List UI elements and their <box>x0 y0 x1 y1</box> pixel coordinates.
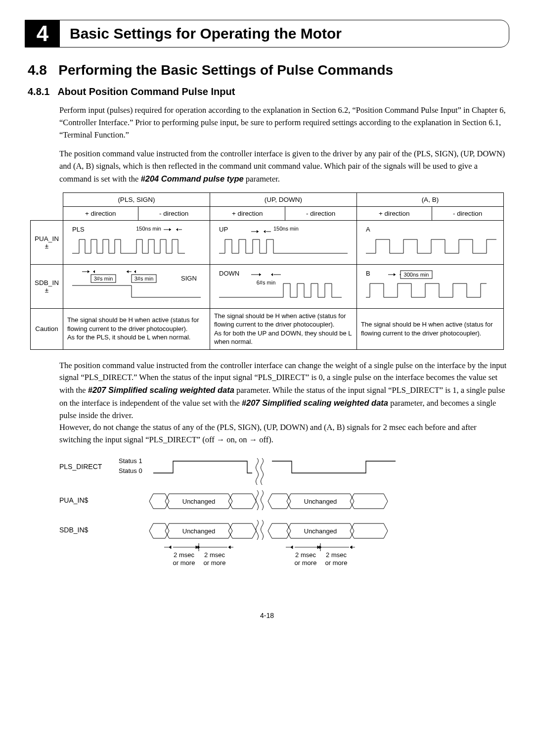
t3s-label-2: 3#s min <box>134 276 154 282</box>
page-number: 4-18 <box>25 612 509 619</box>
p3-d: However, do not change the status of any… <box>59 423 477 444</box>
b-label: B <box>366 270 370 277</box>
p2-text-a: The position command value instructed fr… <box>59 149 505 184</box>
row-pua-in: PUA_IN ± <box>31 220 63 264</box>
col-header-up-down: (UP, DOWN) <box>210 192 356 206</box>
caution-ab: The signal should be H when active (stat… <box>356 308 503 349</box>
caution-pls: The signal should be H when active (stat… <box>63 308 210 349</box>
unchanged-2: Unchanged <box>304 498 337 505</box>
up-label: UP <box>219 226 228 233</box>
a-label: A <box>366 226 370 233</box>
two-msec-r1: 2 msec <box>295 551 316 559</box>
plus-dir-2: + direction <box>210 206 285 220</box>
pls-label: PLS <box>72 226 85 233</box>
signal-table: (PLS, SIGN) (UP, DOWN) (A, B) + directio… <box>30 192 504 350</box>
label-status0: Status 0 <box>119 467 142 474</box>
p2-text-b: parameter. <box>244 174 280 184</box>
a-wave-cell: A <box>356 220 503 264</box>
a-waveform: A <box>361 224 499 261</box>
subsection-text: About Position Command Pulse Input <box>57 86 235 97</box>
timing-diagram: PLS_DIRECT Status 1 Status 0 PUA_IN$ Unc… <box>59 453 465 592</box>
paragraph-1: Perform input (pulses) required for oper… <box>59 104 509 141</box>
two-msec-r2: 2 msec <box>326 551 347 559</box>
up-wave-cell: UP 150ns min <box>210 220 356 264</box>
t3s-label-1: 3#s min <box>94 276 113 282</box>
col-header-ab: (A, B) <box>356 192 503 206</box>
unchanged-3: Unchanged <box>182 527 216 535</box>
subsection-title: 4.8.1 About Position Command Pulse Input <box>28 86 509 97</box>
b-waveform: B 300ns min <box>361 268 499 305</box>
label-pls-direct: PLS_DIRECT <box>59 463 102 471</box>
t300-label: 300ns min <box>404 272 429 278</box>
sign-waveform: 3#s min 3#s min SIGN <box>67 268 206 305</box>
t6s-label: 6#s min <box>257 280 276 285</box>
sign-wave-cell: 3#s min 3#s min SIGN <box>63 264 210 308</box>
section-num: 4.8 <box>28 62 47 78</box>
or-more-l2: or more <box>204 559 226 567</box>
param-207-2: #207 Simplified scaling weighted data <box>242 398 388 407</box>
subsection-num: 4.8.1 <box>28 86 49 97</box>
up-waveform: UP 150ns min <box>214 224 353 261</box>
caution-updown: The signal should be H when active (stat… <box>210 308 356 349</box>
two-msec-l2: 2 msec <box>204 551 225 559</box>
plus-dir-3: + direction <box>356 206 432 220</box>
col-header-pls-sign: (PLS, SIGN) <box>63 192 210 206</box>
param-207-1: #207 Simplified scaling weighted data <box>88 385 234 394</box>
sign-label: SIGN <box>181 275 197 282</box>
row-caution: Caution <box>31 308 63 349</box>
down-wave-cell: DOWN 6#s min <box>210 264 356 308</box>
minus-dir-2: - direction <box>285 206 356 220</box>
minus-dir-1: - direction <box>138 206 210 220</box>
or-more-l1: or more <box>173 559 195 567</box>
paragraph-3: The position command value instructed fr… <box>59 360 509 446</box>
chapter-title: Basic Settings for Operating the Motor <box>60 20 352 47</box>
unchanged-1: Unchanged <box>182 498 216 505</box>
down-waveform: DOWN 6#s min <box>214 268 353 305</box>
unchanged-4: Unchanged <box>304 527 337 535</box>
b-wave-cell: B 300ns min <box>356 264 503 308</box>
t150-label: 150ns min <box>136 226 161 232</box>
or-more-r2: or more <box>325 559 348 567</box>
pls-waveform: PLS 150ns min <box>67 224 206 261</box>
two-msec-l1: 2 msec <box>174 551 194 559</box>
section-title: 4.8 Performing the Basic Settings of Pul… <box>28 62 509 78</box>
label-pua-ins: PUA_IN$ <box>59 496 89 504</box>
chapter-number: 4 <box>25 20 60 47</box>
or-more-r1: or more <box>295 559 317 567</box>
param-204: #204 Command pulse type <box>141 174 244 183</box>
t150-label-2: 150ns min <box>273 226 299 232</box>
section-text: Performing the Basic Settings of Pulse C… <box>58 62 393 78</box>
row-sdb-in: SDB_IN ± <box>31 264 63 308</box>
label-status1: Status 1 <box>119 457 142 465</box>
down-label: DOWN <box>219 270 239 277</box>
chapter-header: 4 Basic Settings for Operating the Motor <box>25 20 509 47</box>
pls-wave-cell: PLS 150ns min <box>63 220 210 264</box>
minus-dir-3: - direction <box>432 206 503 220</box>
paragraph-2: The position command value instructed fr… <box>59 148 509 185</box>
label-sdb-ins: SDB_IN$ <box>59 526 89 534</box>
plus-dir-1: + direction <box>63 206 138 220</box>
